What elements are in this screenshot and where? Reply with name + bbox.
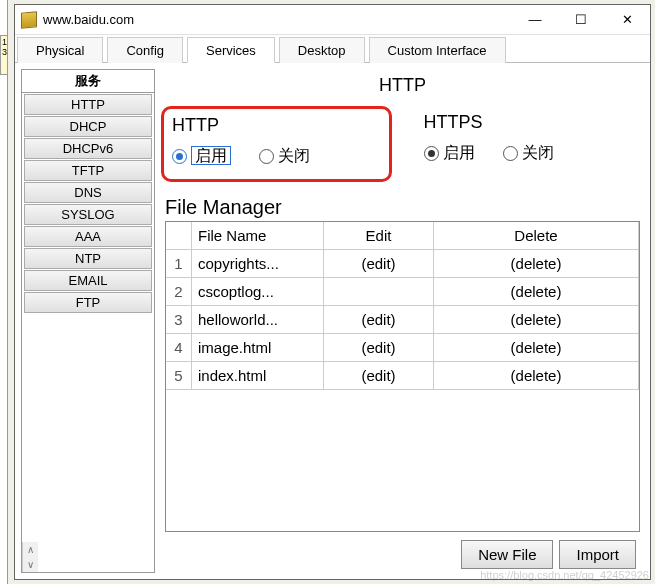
table-row[interactable]: 2 cscoptlog... (delete) (166, 278, 639, 306)
tab-desktop[interactable]: Desktop (279, 37, 365, 63)
main-tabs: Physical Config Services Desktop Custom … (15, 35, 650, 63)
tab-custom-interface[interactable]: Custom Interface (369, 37, 506, 63)
window-title: www.baidu.com (43, 12, 512, 27)
col-filename: File Name (192, 222, 324, 250)
https-label: HTTPS (424, 112, 633, 133)
col-edit: Edit (324, 222, 434, 250)
table-row[interactable]: 1 copyrights... (edit) (delete) (166, 250, 639, 278)
https-on-radio[interactable]: 启用 (424, 143, 475, 164)
cell-filename: index.html (192, 362, 324, 390)
sidebar-item-dhcpv6[interactable]: DHCPv6 (24, 138, 152, 159)
cell-delete[interactable]: (delete) (434, 306, 639, 334)
scroll-down-icon[interactable]: ∨ (27, 557, 34, 572)
import-button[interactable]: Import (559, 540, 636, 569)
page-title: HTTP (161, 69, 644, 106)
main-pane: HTTP HTTP 启用 关闭 HTTPS (161, 69, 644, 573)
http-label: HTTP (172, 115, 381, 136)
sidebar-item-email[interactable]: EMAIL (24, 270, 152, 291)
cell-edit[interactable]: (edit) (324, 250, 434, 278)
https-off-radio[interactable]: 关闭 (503, 143, 554, 164)
col-delete: Delete (434, 222, 639, 250)
cell-delete[interactable]: (delete) (434, 250, 639, 278)
sidebar-item-ntp[interactable]: NTP (24, 248, 152, 269)
sidebar-header: 服务 (22, 70, 154, 93)
sidebar-list: HTTP DHCP DHCPv6 TFTP DNS SYSLOG AAA NTP… (22, 93, 154, 542)
tab-services[interactable]: Services (187, 37, 275, 63)
maximize-button[interactable]: ☐ (558, 6, 604, 34)
cell-edit[interactable]: (edit) (324, 362, 434, 390)
cell-edit[interactable] (324, 278, 434, 306)
sidebar-item-ftp[interactable]: FTP (24, 292, 152, 313)
http-on-radio[interactable]: 启用 (172, 146, 231, 167)
app-icon (21, 11, 37, 28)
titlebar: www.baidu.com — ☐ ✕ (15, 5, 650, 35)
scroll-up-icon[interactable]: ∧ (27, 542, 34, 557)
table-header: File Name Edit Delete (166, 222, 639, 250)
cell-delete[interactable]: (delete) (434, 334, 639, 362)
http-off-radio[interactable]: 关闭 (259, 146, 310, 167)
sidebar-item-dns[interactable]: DNS (24, 182, 152, 203)
http-fieldset: HTTP 启用 关闭 (161, 106, 392, 182)
table-row[interactable]: 4 image.html (edit) (delete) (166, 334, 639, 362)
table-row[interactable]: 3 helloworld... (edit) (delete) (166, 306, 639, 334)
tab-config[interactable]: Config (107, 37, 183, 63)
cell-edit[interactable]: (edit) (324, 334, 434, 362)
sidebar-scrollbar[interactable]: ∧ ∨ (22, 542, 38, 572)
sidebar-item-http[interactable]: HTTP (24, 94, 152, 115)
sidebar-item-aaa[interactable]: AAA (24, 226, 152, 247)
file-manager-title: File Manager (161, 196, 644, 221)
cell-delete[interactable]: (delete) (434, 362, 639, 390)
sidebar-item-tftp[interactable]: TFTP (24, 160, 152, 181)
sidebar-item-syslog[interactable]: SYSLOG (24, 204, 152, 225)
new-file-button[interactable]: New File (461, 540, 553, 569)
cell-delete[interactable]: (delete) (434, 278, 639, 306)
cell-filename: image.html (192, 334, 324, 362)
cell-filename: cscoptlog... (192, 278, 324, 306)
file-table: File Name Edit Delete 1 copyrights... (e… (165, 221, 640, 532)
app-window: www.baidu.com — ☐ ✕ Physical Config Serv… (14, 4, 651, 580)
close-button[interactable]: ✕ (604, 6, 650, 34)
cell-edit[interactable]: (edit) (324, 306, 434, 334)
minimize-button[interactable]: — (512, 6, 558, 34)
services-sidebar: 服务 HTTP DHCP DHCPv6 TFTP DNS SYSLOG AAA … (21, 69, 155, 573)
tab-physical[interactable]: Physical (17, 37, 103, 63)
cell-filename: helloworld... (192, 306, 324, 334)
background-clutter: 1 3 (0, 35, 8, 75)
cell-filename: copyrights... (192, 250, 324, 278)
table-row[interactable]: 5 index.html (edit) (delete) (166, 362, 639, 390)
sidebar-item-dhcp[interactable]: DHCP (24, 116, 152, 137)
https-fieldset: HTTPS 启用 关闭 (416, 106, 641, 182)
